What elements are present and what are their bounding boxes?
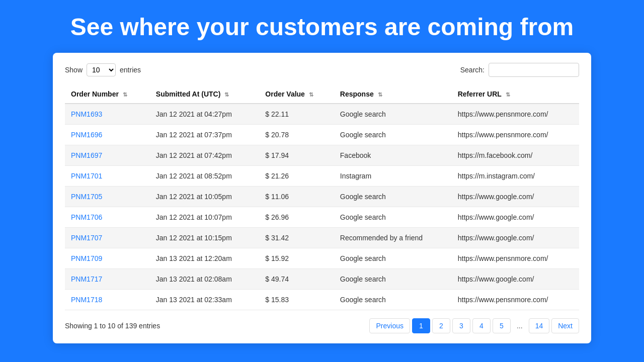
col-order-value-label: Order Value xyxy=(265,90,305,98)
page-1-button[interactable]: 1 xyxy=(412,318,430,333)
order-link[interactable]: PNM1696 xyxy=(71,131,102,139)
sort-icon-order-number: ⇅ xyxy=(123,92,127,98)
order-link[interactable]: PNM1706 xyxy=(71,213,102,221)
entries-label: entries xyxy=(120,66,141,74)
col-submitted-at[interactable]: Submitted At (UTC) ⇅ xyxy=(150,85,260,104)
col-referrer-url[interactable]: Referrer URL ⇅ xyxy=(452,85,579,104)
sort-icon-referrer-url: ⇅ xyxy=(506,92,510,98)
table-footer: Showing 1 to 10 of 139 entries Previous … xyxy=(65,318,579,333)
table-row: PNM1717Jan 13 2021 at 02:08am$ 49.74Goog… xyxy=(65,268,579,289)
page-4-button[interactable]: 4 xyxy=(472,318,491,333)
table-row: PNM1718Jan 13 2021 at 02:33am$ 15.83Goog… xyxy=(65,289,579,310)
search-label: Search: xyxy=(460,66,485,74)
data-table: Order Number ⇅ Submitted At (UTC) ⇅ Orde… xyxy=(65,85,579,310)
show-entries-control: Show 102550100 entries xyxy=(65,63,141,76)
page-2-button[interactable]: 2 xyxy=(432,318,450,333)
col-response[interactable]: Response ⇅ xyxy=(334,85,452,104)
sort-icon-submitted-at: ⇅ xyxy=(224,92,229,98)
table-row: PNM1705Jan 12 2021 at 10:05pm$ 11.06Goog… xyxy=(65,186,579,207)
order-link[interactable]: PNM1707 xyxy=(71,234,102,242)
entries-select[interactable]: 102550100 xyxy=(87,63,116,76)
order-link[interactable]: PNM1693 xyxy=(71,110,102,118)
order-link[interactable]: PNM1709 xyxy=(71,254,102,262)
search-area: Search: xyxy=(460,63,579,77)
sort-icon-response: ⇅ xyxy=(378,92,382,98)
table-row: PNM1696Jan 12 2021 at 07:37pm$ 20.78Goog… xyxy=(65,124,579,145)
show-label: Show xyxy=(65,66,83,74)
table-controls: Show 102550100 entries Search: xyxy=(65,63,579,77)
col-referrer-url-label: Referrer URL xyxy=(458,90,502,98)
table-row: PNM1701Jan 12 2021 at 08:52pm$ 21.26Inst… xyxy=(65,165,579,186)
page-14-button[interactable]: 14 xyxy=(529,318,550,333)
pagination: Previous 1 2 3 4 5 ... 14 Next xyxy=(369,318,579,333)
page-5-button[interactable]: 5 xyxy=(493,318,511,333)
sort-icon-order-value: ⇅ xyxy=(309,92,313,98)
col-order-value[interactable]: Order Value ⇅ xyxy=(259,85,334,104)
order-link[interactable]: PNM1697 xyxy=(71,151,102,159)
previous-button[interactable]: Previous xyxy=(369,318,410,333)
col-order-number-label: Order Number xyxy=(71,90,119,98)
showing-text: Showing 1 to 10 of 139 entries xyxy=(65,322,160,330)
col-submitted-at-label: Submitted At (UTC) xyxy=(156,90,221,98)
order-link[interactable]: PNM1701 xyxy=(71,172,102,180)
next-button[interactable]: Next xyxy=(551,318,579,333)
page-3-button[interactable]: 3 xyxy=(452,318,470,333)
order-link[interactable]: PNM1718 xyxy=(71,296,102,304)
table-row: PNM1697Jan 12 2021 at 07:42pm$ 17.94Face… xyxy=(65,145,579,165)
table-container: Show 102550100 entries Search: Order Num… xyxy=(53,53,591,343)
table-row: PNM1693Jan 12 2021 at 04:27pm$ 22.11Goog… xyxy=(65,104,579,125)
order-link[interactable]: PNM1717 xyxy=(71,275,102,283)
col-order-number[interactable]: Order Number ⇅ xyxy=(65,85,150,104)
table-row: PNM1709Jan 13 2021 at 12:20am$ 15.92Goog… xyxy=(65,248,579,268)
table-header: Order Number ⇅ Submitted At (UTC) ⇅ Orde… xyxy=(65,85,579,104)
table-row: PNM1706Jan 12 2021 at 10:07pm$ 26.96Goog… xyxy=(65,207,579,227)
search-input[interactable] xyxy=(489,63,579,77)
page-title: See where your customers are coming from xyxy=(50,0,594,53)
order-link[interactable]: PNM1705 xyxy=(71,193,102,201)
pagination-ellipsis: ... xyxy=(513,319,527,333)
table-body: PNM1693Jan 12 2021 at 04:27pm$ 22.11Goog… xyxy=(65,104,579,310)
col-response-label: Response xyxy=(340,90,374,98)
table-row: PNM1707Jan 12 2021 at 10:15pm$ 31.42Reco… xyxy=(65,227,579,248)
